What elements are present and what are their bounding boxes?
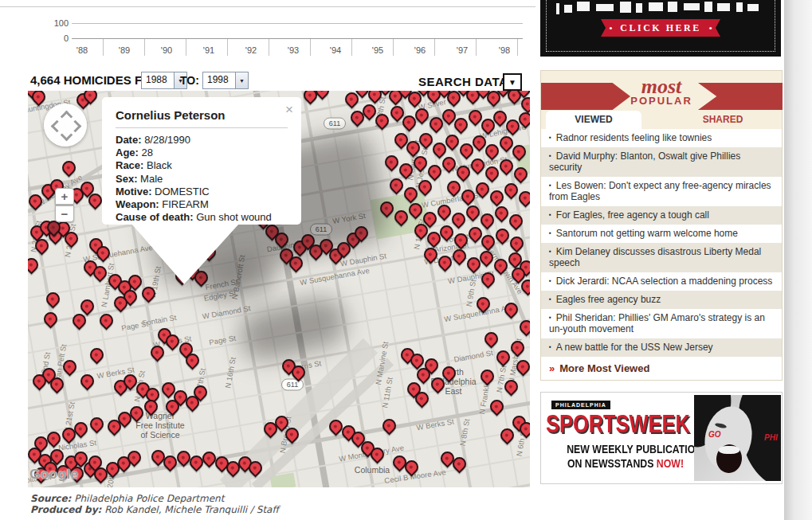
popup-field-label: Cause of death: <box>116 211 194 223</box>
popup-field-row: Date: 8/28/1990 <box>116 134 272 147</box>
pan-up-icon[interactable] <box>61 111 73 123</box>
popup-title: Cornelius Peterson <box>116 108 226 122</box>
bullet-icon: ▪ <box>549 152 551 159</box>
map-pan-control[interactable] <box>44 104 87 147</box>
year-tick-label: '96 <box>403 45 437 55</box>
tab-shared[interactable]: SHARED <box>675 111 771 129</box>
list-item-label: For Eagles, free agency a tough call <box>556 209 709 221</box>
click-here-ribbon[interactable]: • CLICK HERE • <box>601 19 720 37</box>
chevron-down-icon: ▼ <box>508 78 516 87</box>
most-title-script: most <box>618 77 705 96</box>
bullet-icon: ▪ <box>549 134 551 141</box>
list-item[interactable]: ▪David Murphy: Blanton, Oswalt give Phil… <box>541 147 782 177</box>
ribbon-dot: • <box>709 23 712 33</box>
y-axis-max-label: 100 <box>45 18 69 28</box>
year-tick-label: '88 <box>65 45 99 55</box>
popup-field-value: Black <box>143 159 171 171</box>
pan-left-icon[interactable] <box>51 120 64 133</box>
list-item[interactable]: ▪For Eagles, free agency a tough call <box>541 206 782 225</box>
list-item[interactable]: ▪Les Bowen: Don't expect any free-agency… <box>541 177 782 206</box>
list-item-label: Santorum not getting warm welcome home <box>556 228 738 239</box>
zoom-in-button[interactable]: + <box>55 188 74 205</box>
chart-tick <box>103 39 104 56</box>
year-tick-label: '97 <box>445 45 479 55</box>
to-year-dropdown-icon[interactable]: ▼ <box>235 72 248 88</box>
list-item-label: Les Bowen: Don't expect any free-agency … <box>549 180 771 202</box>
popup-field-row: Cause of death: Gun shot wound <box>116 211 272 224</box>
popup-field-row: Motive: DOMESTIC <box>116 186 272 198</box>
year-tick-label: '92 <box>234 45 268 55</box>
double-chevron-icon: » <box>549 362 555 374</box>
year-tick-label: '98 <box>488 45 521 55</box>
close-icon[interactable]: × <box>285 102 293 118</box>
route-611-badge: 611 <box>324 118 346 130</box>
pan-right-icon[interactable] <box>69 120 82 133</box>
year-tick-label: '91 <box>192 45 226 55</box>
list-item[interactable]: ▪Kim Delaney discusses disastrous Libert… <box>541 243 782 272</box>
popup-field-value: FIREARM <box>159 198 209 210</box>
popup-field-label: Age: <box>116 147 139 158</box>
ad-letter-fragment <box>747 4 759 11</box>
photo-teeth <box>719 446 739 454</box>
ad-line1: NEW WEEKLY PUBLICATION <box>567 442 685 455</box>
popup-field-label: Weapon: <box>116 198 159 210</box>
ad-letter-fragment <box>668 2 677 12</box>
list-item[interactable]: ▪Eagles free agency buzz <box>541 291 782 309</box>
chart-tick <box>269 39 269 56</box>
source-value: Philadelphia Police Department <box>71 493 224 504</box>
to-year-select[interactable]: 1998 ▼ <box>202 72 249 89</box>
popup-field-value: 8/28/1990 <box>142 134 190 146</box>
list-item-label: Radnor residents feeling like townies <box>556 132 712 143</box>
street-label: Columbia <box>355 465 390 475</box>
list-item[interactable]: ▪A new battle for the USS New Jersey <box>541 338 782 357</box>
tab-viewed[interactable]: VIEWED <box>546 111 641 129</box>
popup-field-label: Race: <box>116 159 143 171</box>
year-tick-label: '94 <box>319 45 352 55</box>
chart-tick <box>310 39 311 56</box>
popular-title-caps: POPULAR <box>618 96 705 106</box>
ad-letter-fragment <box>564 5 572 13</box>
most-popular-module: most POPULAR VIEWED SHARED ▪Radnor resid… <box>540 70 783 381</box>
map-zoom-control[interactable]: + − <box>55 188 74 222</box>
source-label: Source: <box>30 493 71 504</box>
ad-letter-fragment <box>556 3 559 14</box>
list-item-label: Eagles free agency buzz <box>556 294 661 305</box>
homicide-map[interactable]: W Huntingdon StW Sedgley AveN 22nd StN 2… <box>28 91 530 487</box>
bullet-icon: ▪ <box>549 211 551 218</box>
year-tick-label: '95 <box>361 45 394 55</box>
page-gutter <box>784 0 812 520</box>
popup-divider <box>116 127 288 128</box>
popup-field-row: Race: Black <box>116 159 272 172</box>
popup-field-value: Male <box>137 173 163 185</box>
more-most-viewed-link[interactable]: »More Most Viewed <box>541 357 782 380</box>
philadelphia-brand-label: PHILADELPHIA <box>551 401 610 409</box>
ad-letter-fragment <box>620 2 631 13</box>
list-item[interactable]: ▪Radnor residents feeling like townies <box>541 129 782 147</box>
bullet-icon: ▪ <box>549 248 551 255</box>
route-611-badge: 611 <box>281 379 304 391</box>
source-credit: Source: Philadelphia Police Department <box>30 493 224 504</box>
search-data-dropdown-button[interactable]: ▼ <box>503 73 522 91</box>
zoom-out-button[interactable]: − <box>55 205 74 222</box>
list-item[interactable]: ▪Phil Sheridan: Phillies' GM Amaro's str… <box>541 309 782 338</box>
top-banner-ad[interactable]: • CLICK HERE • <box>540 0 781 57</box>
chart-axis <box>72 38 523 39</box>
list-item[interactable]: ▪Santorum not getting warm welcome home <box>541 225 782 243</box>
ad-letter-fragment <box>736 2 743 12</box>
from-year-value: 1988 <box>142 72 174 88</box>
sportswe[interactable]: PHILADELPHIA SPORTSWEEK NEW WEEKLY PUBLI… <box>540 392 783 484</box>
y-axis-min-label: 0 <box>45 33 69 43</box>
page: 100 0 '88'89'90'91'92'93'94'95'96'97'98 … <box>0 0 812 520</box>
ad-letter-fragment <box>636 3 642 13</box>
ad-letter-fragment <box>577 2 590 11</box>
list-item-label: Phil Sheridan: Phillies' GM Amaro's stra… <box>549 312 765 334</box>
chart-tick <box>144 39 145 56</box>
to-year-value: 1998 <box>203 72 235 88</box>
ad-line2: ON NEWSSTANDS NOW! <box>567 456 685 470</box>
year-tick-label: '93 <box>277 45 310 55</box>
produced-value: Rob Kandel, Michele Tranquilli / Staff <box>101 504 278 515</box>
pan-down-icon[interactable] <box>61 129 73 142</box>
list-item[interactable]: ▪Dick Jerardi: NCAA selection a maddenin… <box>541 272 782 291</box>
click-here-label: CLICK HERE <box>620 22 700 34</box>
map-canvas: W Huntingdon StW Sedgley AveN 22nd StN 2… <box>28 91 530 487</box>
